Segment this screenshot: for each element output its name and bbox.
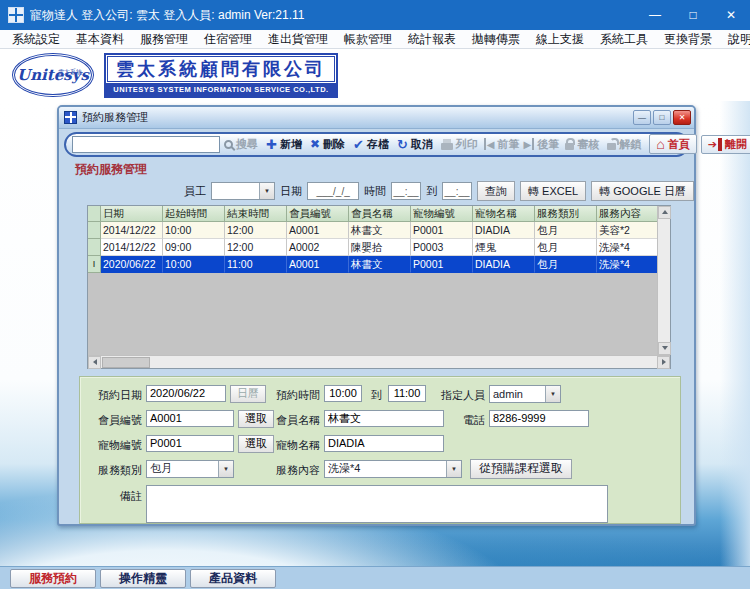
member-no-label: 會員編號 [80,413,142,428]
add-button[interactable]: 新增 [262,137,306,152]
date-filter-label: 日期 [280,184,302,199]
bottom-tab-bar: 服務預約 操作精靈 產品資料 [0,566,750,589]
time-from-field[interactable] [324,385,362,402]
service-category-label: 服務類別 [80,463,142,478]
assigned-staff-label: 指定人員 [380,388,485,403]
date-filter-input[interactable] [307,182,359,200]
time-to-input[interactable] [442,182,472,200]
from-prepaid-course-button[interactable]: 從預購課程選取 [470,459,572,479]
tab-product-data[interactable]: 產品資料 [190,569,276,588]
menu-item-system-settings[interactable]: 系統設定 [4,31,68,48]
search-button: 搜尋 [220,137,262,152]
scroll-left-icon[interactable] [88,356,101,369]
service-content-label: 服務內容 [210,463,320,478]
col-header-date[interactable]: 日期 [101,206,163,222]
table-row[interactable]: 2014/12/22 10:00 12:00 A0001 林書文 P0001 D… [88,222,657,239]
maximize-button[interactable]: □ [674,0,712,30]
table-row[interactable]: 2014/12/22 09:00 12:00 A0002 陳嬰拾 P0003 煙… [88,239,657,256]
row-selector[interactable] [88,222,101,239]
plus-icon [266,137,277,152]
export-excel-button[interactable]: 轉 EXCEL [520,181,586,201]
reservation-table: 日期 起始時間 結束時間 會員編號 會員名稱 寵物編號 寵物名稱 服務類別 服務… [87,205,671,369]
toolbar-wrap: 搜尋 新增 刪除 存檔 [59,129,694,159]
scroll-right-icon[interactable] [657,356,670,369]
check-icon [353,137,364,152]
save-button[interactable]: 存檔 [349,137,393,152]
child-minimize-button[interactable]: — [633,110,651,125]
col-header-end-time[interactable]: 結束時間 [225,206,287,222]
menu-item-change-background[interactable]: 更換背景 [656,31,720,48]
chevron-down-icon: ▼ [259,183,274,199]
col-header-pet-no[interactable]: 寵物編號 [411,206,473,222]
query-button[interactable]: 查詢 [477,181,515,201]
cross-icon [310,137,320,151]
close-button[interactable]: ✕ [712,0,750,30]
menu-item-system-tools[interactable]: 系統工具 [592,31,656,48]
menu-item-basic-data[interactable]: 基本資料 [68,31,132,48]
undo-icon [397,137,408,152]
pet-no-label: 寵物編號 [80,438,142,453]
company-logo: Unitesys 雲太系統 [12,53,94,97]
company-name-box: 雲太系統顧問有限公司 UNITESYS SYSTEM INFORMATION S… [104,53,338,98]
child-restore-button[interactable]: □ [653,110,671,125]
search-input[interactable] [72,136,220,153]
scroll-up-icon[interactable] [658,206,671,219]
to-label: 到 [426,184,437,199]
horizontal-scrollbar[interactable] [88,355,670,368]
menu-item-help[interactable]: 說明 [720,31,750,48]
exit-button[interactable]: 離開 [701,135,750,154]
main-titlebar: 寵物達人 登入公司: 雲太 登入人員: admin Ver:21.11 — □ … [0,0,750,30]
filter-row: 員工 ▼ 日期 時間 到 查詢 轉 EXCEL 轉 GOOGLE 日曆 [184,181,694,202]
reservation-form: 預約日期 日曆 預約時間 到 指定人員 admin ▼ 會員編號 選取 會員名稱… [79,376,681,524]
note-textarea[interactable] [146,485,608,523]
menu-item-inventory-mgmt[interactable]: 進出貨管理 [260,31,336,48]
app-icon [8,7,24,23]
search-icon [224,140,233,149]
reservation-date-label: 預約日期 [80,388,142,403]
assigned-staff-combo[interactable]: admin ▼ [489,385,561,403]
cancel-button[interactable]: 取消 [393,137,437,152]
service-content-combo[interactable]: 洗澡*4 ▼ [324,460,462,478]
staff-filter-combo[interactable]: ▼ [211,182,275,200]
pet-name-input[interactable] [324,435,444,452]
toolbar: 搜尋 新增 刪除 存檔 [64,132,689,157]
col-header-pet-name[interactable]: 寵物名稱 [473,206,535,222]
tab-operation-wizard[interactable]: 操作精靈 [100,569,186,588]
delete-button[interactable]: 刪除 [306,137,349,152]
menu-item-voucher[interactable]: 拋轉傳票 [464,31,528,48]
menu-item-account-mgmt[interactable]: 帳款管理 [336,31,400,48]
next-record-icon [523,138,534,150]
menu-item-lodging-mgmt[interactable]: 住宿管理 [196,31,260,48]
menu-item-reports[interactable]: 統計報表 [400,31,464,48]
phone-input[interactable] [489,410,589,427]
staff-filter-label: 員工 [184,184,206,199]
table-body: 日期 起始時間 結束時間 會員編號 會員名稱 寵物編號 寵物名稱 服務類別 服務… [88,206,657,355]
minimize-button[interactable]: — [636,0,674,30]
col-header-service-category[interactable]: 服務類別 [535,206,597,222]
scroll-down-icon[interactable] [658,342,671,355]
vertical-scrollbar[interactable] [657,206,670,355]
time-from-input[interactable] [391,182,421,200]
company-name-cn: 雲太系統顧問有限公司 [107,56,335,82]
phone-label: 電話 [380,413,485,428]
window-title: 寵物達人 登入公司: 雲太 登入人員: admin Ver:21.11 [30,7,305,24]
reservation-window-controls: — □ ✕ [633,110,691,125]
tab-service-reservation[interactable]: 服務預約 [10,569,96,588]
child-close-button[interactable]: ✕ [673,110,691,125]
printer-icon [441,143,453,150]
row-selector[interactable] [88,239,101,256]
col-header-service-content[interactable]: 服務內容 [597,206,657,222]
col-header-start-time[interactable]: 起始時間 [163,206,225,222]
menu-item-service-mgmt[interactable]: 服務管理 [132,31,196,48]
time-filter-label: 時間 [364,184,386,199]
row-selector-current[interactable]: I [88,256,101,273]
export-google-calendar-button[interactable]: 轉 GOOGLE 日曆 [591,181,694,201]
menu-item-online-support[interactable]: 線上支援 [528,31,592,48]
scrollbar-thumb[interactable] [102,357,150,368]
col-header-member-no[interactable]: 會員編號 [287,206,349,222]
chevron-down-icon: ▼ [545,386,560,402]
table-row-selected[interactable]: I 2020/06/22 10:00 11:00 A0001 林書文 P0001… [88,256,657,273]
home-button[interactable]: 首頁 [649,134,696,154]
col-header-member-name[interactable]: 會員名稱 [349,206,411,222]
lock-icon [565,143,574,150]
